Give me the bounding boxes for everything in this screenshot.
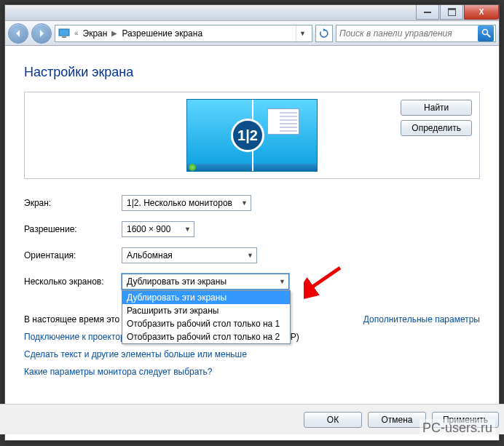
address-bar[interactable]: « Экран ▶ Разрешение экрана ▼: [55, 25, 312, 42]
svg-rect-1: [62, 36, 66, 38]
dropdown-option[interactable]: Расширить эти экраны: [122, 304, 290, 317]
svg-line-3: [487, 34, 490, 37]
chevron-down-icon: ▼: [180, 226, 191, 233]
orientation-label: Ориентация:: [24, 250, 122, 260]
chevron-down-icon: ▼: [237, 199, 248, 207]
preview-window-icon: [267, 108, 299, 135]
orientation-combo[interactable]: Альбомная ▼: [122, 247, 257, 263]
multiple-displays-value: Дублировать эти экраны: [127, 276, 227, 287]
dropdown-option[interactable]: Отобразить рабочий стол только на 2: [122, 330, 290, 343]
multiple-displays-dropdown: Дублировать эти экраны Расширить эти экр…: [122, 290, 291, 344]
monitor-icon: [58, 28, 70, 39]
display-combo[interactable]: 1|2. Несколько мониторов ▼: [122, 195, 251, 211]
orientation-combo-value: Альбомная: [127, 250, 173, 260]
forward-button[interactable]: [31, 23, 52, 44]
close-button[interactable]: X: [464, 5, 499, 20]
dropdown-option[interactable]: Отобразить рабочий стол только на 1: [122, 317, 290, 330]
content-area: Настройки экрана 1|2 Найти Определить Эк…: [5, 46, 499, 391]
page-title: Настройки экрана: [24, 65, 480, 80]
multiple-displays-label: Несколько экранов:: [24, 276, 122, 287]
maximize-button[interactable]: [440, 5, 463, 20]
navigation-bar: « Экран ▶ Разрешение экрана ▼: [5, 21, 499, 46]
ok-button[interactable]: ОК: [304, 412, 362, 428]
display-label: Экран:: [24, 198, 122, 208]
watermark: PC-users.ru: [420, 419, 495, 437]
find-button[interactable]: Найти: [401, 100, 472, 116]
search-input[interactable]: [339, 28, 478, 39]
svg-point-2: [482, 30, 487, 35]
refresh-button[interactable]: [315, 25, 333, 42]
display-combo-value: 1|2. Несколько мониторов: [127, 198, 232, 208]
preview-start-icon: [189, 164, 196, 171]
resolution-combo-value: 1600 × 900: [127, 224, 170, 234]
display-preview-frame: 1|2 Найти Определить: [24, 92, 480, 179]
breadcrumb-level-1[interactable]: Экран: [83, 28, 108, 39]
advanced-settings-link[interactable]: Дополнительные параметры: [363, 314, 480, 324]
minimize-button[interactable]: [416, 5, 439, 20]
dropdown-option[interactable]: Дублировать эти экраны: [122, 291, 290, 304]
resolution-combo[interactable]: 1600 × 900 ▼: [122, 221, 194, 237]
which-parameters-link[interactable]: Какие параметры монитора следует выбрать…: [24, 367, 213, 377]
search-box[interactable]: [336, 25, 496, 42]
detect-button[interactable]: Определить: [401, 120, 472, 136]
breadcrumb-level-2[interactable]: Разрешение экрана: [122, 28, 202, 39]
chevron-down-icon: ▼: [243, 252, 253, 259]
chevron-down-icon: ▼: [275, 278, 286, 285]
monitor-number-badge: 1|2: [231, 119, 264, 152]
titlebar: X: [5, 5, 499, 21]
chevron-icon: ▶: [110, 29, 119, 37]
text-size-link[interactable]: Сделать текст и другие элементы больше и…: [24, 349, 247, 359]
chevron-icon: «: [73, 29, 80, 37]
search-button[interactable]: [478, 25, 494, 41]
projector-link[interactable]: Подключение к проектору: [24, 332, 130, 342]
monitor-preview[interactable]: 1|2: [186, 99, 318, 172]
resolution-label: Разрешение:: [24, 224, 122, 234]
address-dropdown-icon[interactable]: ▼: [296, 25, 309, 41]
cancel-button[interactable]: Отмена: [368, 412, 426, 428]
back-button[interactable]: [8, 23, 28, 44]
control-panel-window: X « Экран ▶ Разрешение экрана ▼ Настройк…: [4, 4, 500, 441]
svg-rect-0: [59, 29, 69, 36]
multiple-displays-combo[interactable]: Дублировать эти экраны ▼ Дублировать эти…: [122, 274, 289, 290]
